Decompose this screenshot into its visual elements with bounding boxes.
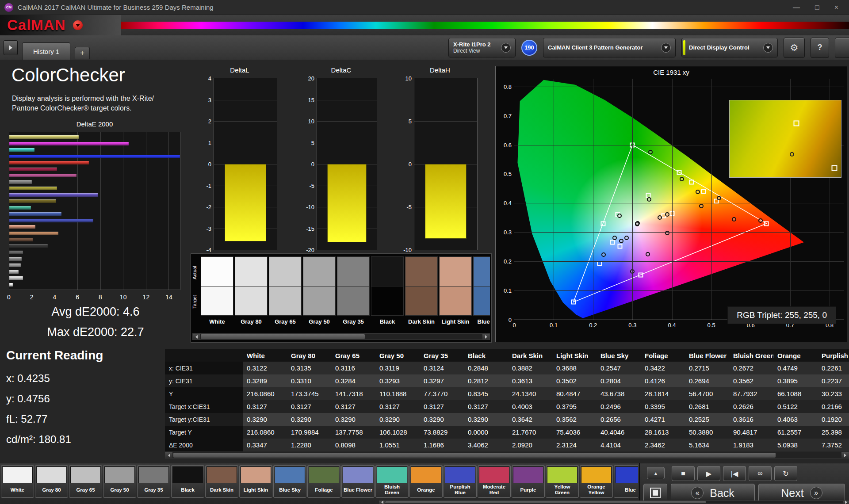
main-menu-button[interactable]: CalMAN (0, 15, 121, 35)
display-control-dropdown[interactable]: Direct Display Control (681, 38, 778, 57)
pattern-generator-dropdown[interactable]: CalMAN Client 3 Pattern Generator (543, 38, 676, 57)
deltac-chart-plot: 20151050-5-10-15-20 (317, 78, 377, 250)
table-column-header: Bluish Green (729, 349, 773, 362)
refresh-button[interactable]: ↻ (774, 466, 797, 481)
table-row-label: Target Y (165, 426, 243, 439)
scroll-thumb[interactable] (385, 501, 706, 503)
table-row: x: CIE310.31220.31350.31160.31190.31240.… (165, 362, 849, 374)
table-cell: 0.3395 (641, 400, 685, 413)
scroll-left-icon[interactable] (165, 452, 172, 458)
cie-y-tick-label: 0.5 (498, 171, 512, 177)
expand-sidebar-button[interactable] (4, 40, 18, 55)
scroll-track[interactable] (385, 501, 843, 504)
cie-gridline (632, 79, 633, 320)
table-cell: 80.4847 (552, 387, 597, 400)
chevron-down-icon[interactable] (501, 43, 511, 53)
patch-button-gray-80[interactable]: Gray 80 (35, 465, 68, 498)
maximize-button[interactable]: □ (815, 4, 819, 11)
help-icon[interactable]: ? (811, 38, 829, 58)
tick-label: -1 (199, 182, 211, 189)
table-column-header: Light Skin (552, 349, 597, 362)
stop-button[interactable]: ■ (672, 466, 695, 481)
scroll-left-icon[interactable] (379, 501, 385, 504)
bottom-scrollbar[interactable] (379, 500, 849, 504)
deltae-bar (9, 187, 57, 190)
cie-chart-title: CIE 1931 xy (496, 69, 847, 76)
patch-button-bluish-green[interactable]: Bluish Green (375, 465, 409, 498)
patch-button-orange-yellow[interactable]: Orange Yellow (580, 465, 613, 498)
patch-button-purple[interactable]: Purple (512, 465, 545, 498)
patch-button-orange[interactable]: Orange (409, 465, 443, 498)
table-row: Target y:CIE310.32900.32900.32900.32900.… (165, 413, 849, 426)
gear-icon[interactable]: ⚙ (784, 38, 805, 58)
patch-button-blue[interactable]: Blue (614, 465, 638, 498)
patch-button-white[interactable]: White (1, 465, 34, 498)
swatch-scrollbar[interactable] (192, 333, 490, 340)
inset-measured-circle (790, 152, 794, 157)
deltae-bar (9, 244, 48, 248)
deltae-tick-label: 4 (53, 294, 57, 301)
loop-button[interactable]: ∞ (749, 466, 772, 481)
swatch-gray-50: Gray 50 (303, 256, 336, 327)
max-de2000: Max dE2000: 22.7 (0, 325, 191, 339)
meter-dropdown[interactable]: X-Rite i1Pro 2 Direct View (448, 38, 516, 57)
pattern-window-button[interactable] (643, 484, 667, 502)
patch-button-purplish-blue[interactable]: Purplish Blue (444, 465, 477, 498)
table-cell: 0.4003 (508, 400, 552, 413)
patch-button-blue-flower[interactable]: Blue Flower (341, 465, 375, 498)
patch-button-gray-50[interactable]: Gray 50 (103, 465, 136, 498)
next-button[interactable]: Next » (758, 484, 845, 502)
scroll-track[interactable] (172, 452, 841, 458)
scroll-right-icon[interactable] (843, 501, 849, 504)
patch-button-light-skin[interactable]: Light Skin (239, 465, 272, 498)
patch-button-moderate-red[interactable]: Moderate Red (478, 465, 511, 498)
minimize-button[interactable]: — (793, 4, 800, 11)
scroll-track[interactable] (200, 334, 482, 340)
deltae-bar (9, 174, 76, 177)
step-button[interactable]: |◀ (723, 466, 746, 481)
swatch-label: Gray 50 (303, 316, 336, 327)
scroll-thumb[interactable] (201, 334, 365, 339)
scroll-left-icon[interactable] (193, 334, 200, 340)
deltae-chart: DeltaE 2000 02468101214 (5, 120, 184, 306)
tick-label: -15 (302, 225, 314, 232)
add-tab-button[interactable]: + (75, 47, 90, 59)
chevron-down-icon[interactable] (763, 43, 773, 53)
patch-button-gray-35[interactable]: Gray 35 (137, 465, 170, 498)
table-cell: 173.3745 (287, 387, 331, 400)
patch-button-label: Gray 65 (70, 483, 101, 496)
patch-button-blue-sky[interactable]: Blue Sky (273, 465, 306, 498)
scroll-thumb[interactable] (173, 453, 776, 458)
collapse-panel-button[interactable]: ▲ (647, 467, 665, 479)
close-button[interactable]: × (834, 4, 838, 11)
swatch-target-color (201, 286, 233, 316)
patch-button-foliage[interactable]: Foliage (307, 465, 340, 498)
table-cell: 0.3289 (243, 374, 287, 387)
patch-color-swatch (104, 466, 135, 483)
swatch-label: Light Skin (439, 316, 472, 327)
table-scrollbar[interactable] (165, 452, 849, 458)
main-menu-caret-icon[interactable] (73, 20, 83, 30)
logo-row: CalMAN (0, 15, 849, 35)
scroll-right-icon[interactable] (482, 334, 490, 340)
patch-button-dark-skin[interactable]: Dark Skin (205, 465, 238, 498)
table-cell: 0.4271 (641, 413, 685, 426)
play-button[interactable]: ▶ (697, 466, 720, 481)
swatch-target-color (337, 286, 370, 316)
patch-button-gray-65[interactable]: Gray 65 (69, 465, 102, 498)
scroll-right-icon[interactable] (841, 452, 849, 458)
table-cell: 0.2261 (818, 362, 849, 374)
swatch-actual-color (303, 256, 336, 286)
table-cell: 0.2166 (818, 400, 849, 413)
patch-button-black[interactable]: Black (171, 465, 204, 498)
patch-button-label: Purple (513, 483, 543, 496)
clipped-toolbar-button[interactable] (835, 38, 849, 58)
table-cell: 25.398 (818, 426, 849, 439)
patch-button-yellow-green[interactable]: Yellow Green (546, 465, 579, 498)
back-button[interactable]: « Back (671, 484, 755, 502)
chevron-down-icon[interactable] (661, 43, 671, 53)
tab-history-1[interactable]: History 1 (22, 42, 70, 60)
cie-x-tick-label: 0.3 (628, 322, 636, 328)
deltal-bar (225, 164, 266, 241)
patch-button-label: Moderate Red (479, 483, 509, 496)
